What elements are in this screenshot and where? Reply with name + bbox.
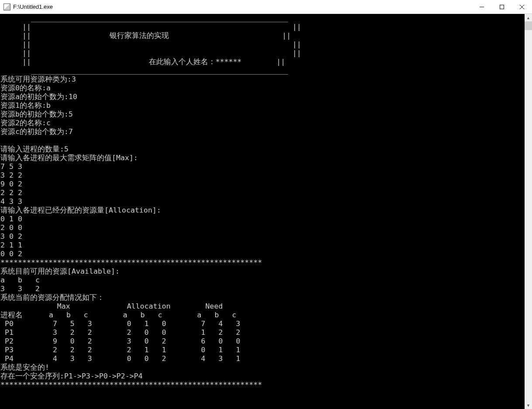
resource-1-name: 资源1的名称:b bbox=[0, 101, 51, 110]
banner-title: || 银行家算法的实现 || bbox=[0, 31, 291, 40]
alloc-row: 3 0 2 bbox=[0, 232, 22, 241]
resource-0-name: 资源0的名称:a bbox=[0, 84, 51, 92]
scrollbar-thumb[interactable] bbox=[525, 21, 532, 30]
console-output: ________________________________________… bbox=[0, 14, 532, 409]
svg-rect-1 bbox=[500, 5, 504, 9]
alloc-row: 2 1 1 bbox=[0, 241, 22, 249]
max-row: 4 3 3 bbox=[0, 197, 22, 206]
alloc-row: 0 1 0 bbox=[0, 215, 22, 223]
maximize-button[interactable] bbox=[492, 0, 512, 14]
max-row: 2 2 2 bbox=[0, 189, 22, 197]
table-header-2: 进程名 a b c a b c a b c bbox=[0, 311, 237, 319]
max-prompt: 请输入各进程的最大需求矩阵的值[Max]: bbox=[0, 154, 138, 162]
resource-2-name: 资源2的名称:c bbox=[0, 119, 51, 127]
minimize-button[interactable] bbox=[472, 0, 492, 14]
scroll-down-arrow-icon[interactable]: ▼ bbox=[525, 402, 532, 409]
table-row: P1 3 2 2 2 0 0 1 2 2 bbox=[0, 328, 240, 337]
table-header-1: Max Allocation Need bbox=[0, 302, 223, 310]
banner-side: || || bbox=[0, 49, 301, 57]
table-row: P3 2 2 2 2 1 1 0 1 1 bbox=[0, 346, 240, 354]
vertical-scrollbar[interactable]: ▲ ▼ bbox=[525, 14, 532, 409]
banner-author: || 在此输入个人姓名：****** || bbox=[0, 58, 285, 66]
window-controls bbox=[472, 0, 532, 14]
close-button[interactable] bbox=[512, 0, 532, 14]
window-title: F:\Untitled1.exe bbox=[13, 3, 472, 10]
result-sequence: 存在一个安全序列:P1->P3->P0->P2->P4 bbox=[0, 372, 143, 380]
banner-border-bottom: ________________________________________… bbox=[0, 66, 288, 75]
table-row: P0 7 5 3 0 1 0 7 4 3 bbox=[0, 320, 240, 328]
divider: ****************************************… bbox=[0, 381, 262, 389]
table-title: 系统当前的资源分配情况如下： bbox=[0, 293, 104, 302]
app-icon bbox=[3, 3, 10, 10]
window-titlebar: F:\Untitled1.exe bbox=[0, 0, 532, 14]
max-row: 7 5 3 bbox=[0, 162, 22, 171]
alloc-row: 2 0 0 bbox=[0, 223, 22, 232]
max-row: 9 0 2 bbox=[0, 180, 22, 188]
available-title: 系统目前可用的资源[Available]: bbox=[0, 267, 120, 275]
table-row: P2 9 0 2 3 0 2 6 0 0 bbox=[0, 337, 240, 345]
process-count: 请输入进程的数量:5 bbox=[0, 145, 69, 153]
resource-kinds: 系统可用资源种类为:3 bbox=[0, 75, 76, 83]
resource-2-init: 资源c的初始个数为:7 bbox=[0, 127, 73, 136]
table-row: P4 4 3 3 0 0 2 4 3 1 bbox=[0, 354, 240, 363]
banner-side: || || bbox=[0, 40, 301, 48]
divider: ****************************************… bbox=[0, 258, 262, 267]
banner-side: || || bbox=[0, 23, 301, 31]
available-values: 3 3 2 bbox=[0, 285, 40, 293]
resource-0-init: 资源a的初始个数为:10 bbox=[0, 93, 77, 101]
alloc-prompt: 请输入各进程已经分配的资源量[Allocation]: bbox=[0, 206, 161, 214]
scroll-up-arrow-icon[interactable]: ▲ bbox=[525, 14, 532, 21]
resource-1-init: 资源b的初始个数为:5 bbox=[0, 110, 73, 118]
max-row: 3 2 2 bbox=[0, 171, 22, 179]
banner-border-top: ________________________________________… bbox=[0, 14, 288, 22]
available-header: a b c bbox=[0, 276, 40, 284]
alloc-row: 0 0 2 bbox=[0, 250, 22, 258]
result-safe: 系统是安全的! bbox=[0, 363, 49, 371]
